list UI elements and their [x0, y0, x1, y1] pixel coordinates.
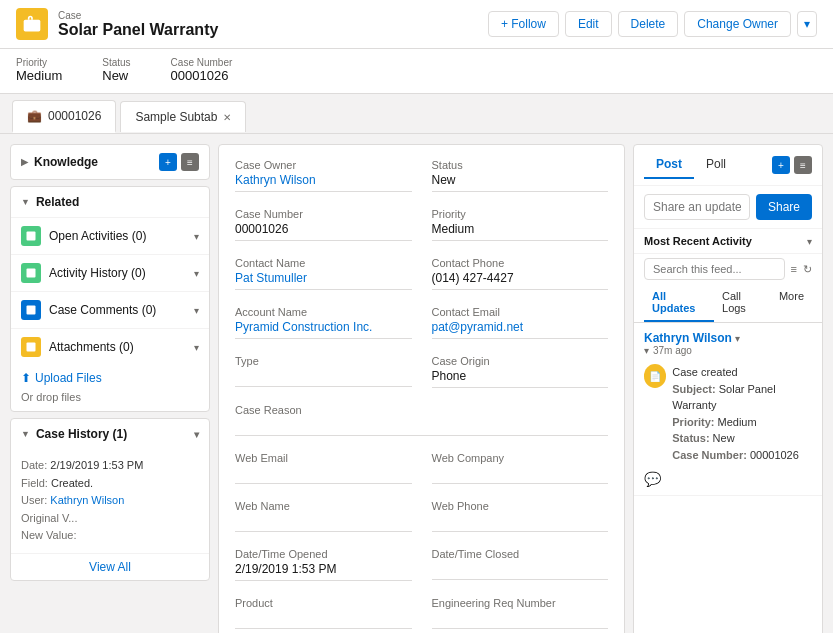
search-feed-area: ≡ ↻ — [634, 254, 822, 284]
status-label: Status — [102, 57, 130, 68]
tab-main[interactable]: 💼 00001026 — [12, 100, 116, 133]
contact-name-value[interactable]: Pat Stumuller — [235, 271, 412, 290]
orig-label: Original V... — [21, 512, 77, 524]
account-name-value[interactable]: Pyramid Construction Inc. — [235, 320, 412, 339]
web-email-field: Web Email — [235, 452, 412, 484]
web-name-field: Web Name — [235, 500, 412, 532]
case-icon — [16, 8, 48, 40]
case-history-dropdown-icon[interactable]: ▾ — [194, 429, 199, 440]
attachments-icon — [21, 337, 41, 357]
knowledge-add-button[interactable]: + — [159, 153, 177, 171]
case-number-field-value: 00001026 — [235, 222, 412, 241]
web-email-label: Web Email — [235, 452, 412, 464]
right-panel-add-button[interactable]: + — [772, 156, 790, 174]
field-value: Created. — [51, 477, 93, 489]
case-number-field-label: Case Number — [235, 208, 412, 220]
product-value — [235, 611, 412, 629]
activity-user[interactable]: Kathryn Wilson — [644, 331, 732, 345]
status-field: Status New — [432, 159, 609, 192]
case-history-header[interactable]: ▼ Case History (1) ▾ — [11, 419, 209, 449]
open-activities-label[interactable]: Open Activities (0) — [49, 229, 146, 243]
upload-files-button[interactable]: ⬆ Upload Files — [11, 365, 209, 391]
status-activity-label: Status: — [672, 432, 709, 444]
contact-email-label: Contact Email — [432, 306, 609, 318]
product-field: Product — [235, 597, 412, 629]
priority-field: Priority Medium — [432, 208, 609, 241]
activity-body: Case created Subject: Solar Panel Warran… — [672, 364, 812, 463]
activity-history-label[interactable]: Activity History (0) — [49, 266, 146, 280]
date-opened-field: Date/Time Opened 2/19/2019 1:53 PM — [235, 548, 412, 581]
edit-button[interactable]: Edit — [565, 11, 612, 37]
tab-main-label: 00001026 — [48, 109, 101, 123]
activity-event: Case created — [672, 366, 737, 378]
left-panel: ▶ Knowledge + ≡ ▼ Related — [10, 144, 210, 633]
type-value — [235, 369, 412, 387]
chevron-down-icon: ▼ — [21, 197, 30, 207]
close-icon[interactable]: ✕ — [223, 112, 231, 123]
date-closed-label: Date/Time Closed — [432, 548, 609, 560]
refresh-icon[interactable]: ↻ — [803, 263, 812, 276]
priority-activity-value: Medium — [718, 416, 757, 428]
attachments-label[interactable]: Attachments (0) — [49, 340, 134, 354]
contact-email-value[interactable]: pat@pyramid.net — [432, 320, 609, 339]
case-number-value: 00001026 — [171, 68, 233, 83]
time-value: 37m ago — [653, 345, 692, 356]
header-left: Case Solar Panel Warranty — [16, 8, 218, 40]
activity-dropdown-icon: ▾ — [735, 333, 740, 344]
chevron-right-icon: ▶ — [21, 157, 28, 167]
page-title: Solar Panel Warranty — [58, 21, 218, 39]
priority-value: Medium — [16, 68, 62, 83]
case-origin-field: Case Origin Phone — [432, 355, 609, 388]
related-header[interactable]: ▼ Related — [11, 187, 209, 217]
all-updates-tab[interactable]: All Updates — [644, 284, 714, 322]
svg-rect-0 — [24, 20, 41, 32]
related-label: Related — [36, 195, 79, 209]
user-link[interactable]: Kathryn Wilson — [50, 494, 124, 506]
share-button[interactable]: Share — [756, 194, 812, 220]
search-feed-input[interactable] — [644, 258, 785, 280]
share-input[interactable] — [644, 194, 750, 220]
post-tab[interactable]: Post — [644, 151, 694, 179]
poll-tab[interactable]: Poll — [694, 151, 738, 179]
contact-name-field: Contact Name Pat Stumuller — [235, 257, 412, 290]
engineering-req-label: Engineering Req Number — [432, 597, 609, 609]
follow-button[interactable]: + Follow — [488, 11, 559, 37]
account-name-label: Account Name — [235, 306, 412, 318]
tab-sample-subtab[interactable]: Sample Subtab ✕ — [120, 101, 246, 132]
case-label: Case — [58, 10, 218, 21]
knowledge-header[interactable]: ▶ Knowledge + ≡ — [11, 145, 209, 179]
case-comments-dropdown-icon[interactable]: ▾ — [194, 305, 199, 316]
status-activity-value: New — [713, 432, 735, 444]
contact-phone-field: Contact Phone (014) 427-4427 — [432, 257, 609, 290]
change-owner-button[interactable]: Change Owner — [684, 11, 791, 37]
new-value-label: New Value: — [21, 529, 76, 541]
more-actions-dropdown[interactable]: ▾ — [797, 11, 817, 37]
middle-panel: Case Owner Kathryn Wilson Status New Cas… — [218, 144, 625, 633]
filter-icon[interactable]: ≡ — [791, 263, 797, 275]
case-reason-value — [235, 418, 608, 436]
activity-history-dropdown-icon[interactable]: ▾ — [194, 268, 199, 279]
more-tab[interactable]: More — [771, 284, 812, 322]
knowledge-settings-button[interactable]: ≡ — [181, 153, 199, 171]
open-activities-dropdown-icon[interactable]: ▾ — [194, 231, 199, 242]
subject-activity-label: Subject: — [672, 383, 715, 395]
date-closed-value — [432, 562, 609, 580]
contact-name-label: Contact Name — [235, 257, 412, 269]
case-comments-label[interactable]: Case Comments (0) — [49, 303, 156, 317]
delete-button[interactable]: Delete — [618, 11, 679, 37]
case-history-meta: Date: 2/19/2019 1:53 PM Field: Created. … — [11, 449, 209, 553]
contact-phone-value: (014) 427-4427 — [432, 271, 609, 290]
header-title-block: Case Solar Panel Warranty — [58, 10, 218, 39]
attachments-dropdown-icon[interactable]: ▾ — [194, 342, 199, 353]
case-owner-value[interactable]: Kathryn Wilson — [235, 173, 412, 192]
case-number-activity-value: 00001026 — [750, 449, 799, 461]
avatar: 📄 — [644, 364, 666, 388]
view-all-button[interactable]: View All — [11, 553, 209, 580]
priority-field-value: Medium — [432, 222, 609, 241]
right-panel-settings-button[interactable]: ≡ — [794, 156, 812, 174]
web-phone-value — [432, 514, 609, 532]
tabs-bar: 💼 00001026 Sample Subtab ✕ — [0, 94, 833, 134]
priority-label: Priority — [16, 57, 62, 68]
call-logs-tab[interactable]: Call Logs — [714, 284, 771, 322]
web-name-label: Web Name — [235, 500, 412, 512]
